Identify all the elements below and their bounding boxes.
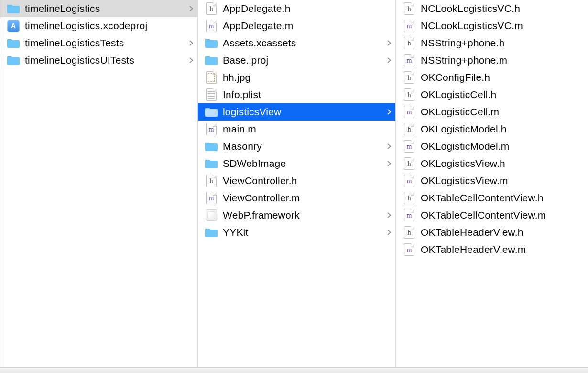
file-row[interactable]: hOKConfigFile.h xyxy=(396,69,588,86)
file-row[interactable]: timelineLogistics.xcodeproj xyxy=(0,17,197,34)
file-row[interactable]: mNCLookLogisticsVC.m xyxy=(396,17,588,34)
file-row[interactable]: Assets.xcassets xyxy=(198,34,395,52)
file-name-label: hh.jpg xyxy=(223,72,392,83)
file-name-label: OKLogisticCell.m xyxy=(421,106,585,118)
file-name-label: Masonry xyxy=(223,141,386,152)
column-1[interactable]: timelineLogisticstimelineLogistics.xcode… xyxy=(0,0,198,367)
column-2[interactable]: hAppDelegate.hmAppDelegate.mAssets.xcass… xyxy=(198,0,396,367)
plist-file-icon xyxy=(205,88,218,101)
file-row[interactable]: hAppDelegate.h xyxy=(198,0,395,17)
file-row[interactable]: hViewController.h xyxy=(198,172,395,189)
folder-icon xyxy=(7,54,20,67)
file-row[interactable]: hh.jpg xyxy=(198,69,395,86)
chevron-right-icon xyxy=(188,57,195,63)
column-3[interactable]: hNCLookLogisticsVC.hmNCLookLogisticsVC.m… xyxy=(396,0,588,367)
file-row[interactable]: YYKit xyxy=(198,224,395,241)
folder-icon xyxy=(205,54,218,67)
chevron-right-icon xyxy=(386,230,392,235)
file-name-label: OKLogisticsView.h xyxy=(421,158,585,169)
file-name-label: OKTableCellContentView.m xyxy=(421,209,585,221)
file-name-label: AppDelegate.m xyxy=(223,20,392,32)
chevron-right-icon xyxy=(386,161,392,166)
file-row[interactable]: Info.plist xyxy=(198,86,395,103)
implementation-file-icon: m xyxy=(403,243,416,256)
file-name-label: ViewController.m xyxy=(223,192,392,204)
folder-icon xyxy=(205,140,218,153)
header-file-icon: h xyxy=(403,88,416,101)
file-name-label: AppDelegate.h xyxy=(223,3,392,14)
file-row[interactable]: Masonry xyxy=(198,138,395,155)
image-file-icon xyxy=(205,71,218,84)
file-row[interactable]: logisticsView xyxy=(198,103,395,121)
implementation-file-icon: m xyxy=(403,208,416,222)
file-name-label: timelineLogisticsTests xyxy=(25,37,188,49)
file-name-label: NSString+phone.m xyxy=(421,55,585,66)
file-row[interactable]: timelineLogistics xyxy=(0,0,197,17)
file-name-label: Assets.xcassets xyxy=(223,37,386,49)
file-name-label: SDWebImage xyxy=(223,158,386,169)
file-row[interactable]: hOKLogisticCell.h xyxy=(396,86,588,103)
file-row[interactable]: hOKLogisticsView.h xyxy=(396,155,588,172)
file-row[interactable]: hOKTableHeaderView.h xyxy=(396,224,588,241)
file-row[interactable]: mOKLogisticCell.m xyxy=(396,103,588,121)
file-row[interactable]: hNCLookLogisticsVC.h xyxy=(396,0,588,17)
file-name-label: NCLookLogisticsVC.h xyxy=(421,3,585,14)
header-file-icon: h xyxy=(403,36,416,50)
file-row[interactable]: mViewController.m xyxy=(198,189,395,207)
implementation-file-icon: m xyxy=(403,140,416,153)
header-file-icon: h xyxy=(205,2,218,15)
file-name-label: OKTableHeaderView.h xyxy=(421,227,585,238)
window-left-border xyxy=(0,0,0,367)
folder-icon xyxy=(205,157,218,170)
header-file-icon: h xyxy=(205,174,218,187)
implementation-file-icon: m xyxy=(403,54,416,67)
header-file-icon: h xyxy=(403,191,416,205)
implementation-file-icon: m xyxy=(205,19,218,33)
file-row[interactable]: mmain.m xyxy=(198,121,395,138)
header-file-icon: h xyxy=(403,122,416,136)
file-row[interactable]: hOKLogisticModel.h xyxy=(396,121,588,138)
file-row[interactable]: mNSString+phone.m xyxy=(396,52,588,69)
file-name-label: ViewController.h xyxy=(223,175,392,186)
file-row[interactable]: hOKTableCellContentView.h xyxy=(396,189,588,207)
implementation-file-icon: m xyxy=(403,174,416,187)
chevron-right-icon xyxy=(188,6,195,11)
folder-icon xyxy=(205,226,218,239)
header-file-icon: h xyxy=(403,2,416,15)
framework-icon xyxy=(205,208,218,222)
file-name-label: OKLogisticCell.h xyxy=(421,89,585,100)
file-row[interactable]: timelineLogisticsTests xyxy=(0,34,197,52)
file-name-label: OKConfigFile.h xyxy=(421,72,585,83)
implementation-file-icon: m xyxy=(403,19,416,33)
file-row[interactable]: hNSString+phone.h xyxy=(396,34,588,52)
file-row[interactable]: Base.lproj xyxy=(198,52,395,69)
file-name-label: OKLogisticModel.m xyxy=(421,141,585,152)
file-row[interactable]: mOKTableCellContentView.m xyxy=(396,207,588,224)
chevron-right-icon xyxy=(386,143,392,149)
file-row[interactable]: mOKTableHeaderView.m xyxy=(396,241,588,258)
xcodeproj-icon xyxy=(7,19,20,33)
file-row[interactable]: timelineLogisticsUITests xyxy=(0,52,197,69)
chevron-right-icon xyxy=(386,212,392,218)
file-name-label: OKTableCellContentView.h xyxy=(421,192,585,204)
file-name-label: YYKit xyxy=(223,227,386,238)
implementation-file-icon: m xyxy=(205,191,218,205)
file-row[interactable]: mOKLogisticsView.m xyxy=(396,172,588,189)
file-name-label: OKLogisticModel.h xyxy=(421,123,585,135)
file-name-label: WebP.framework xyxy=(223,209,386,221)
file-name-label: OKTableHeaderView.m xyxy=(421,244,585,255)
implementation-file-icon: m xyxy=(403,105,416,119)
file-name-label: OKLogisticsView.m xyxy=(421,175,585,186)
folder-icon xyxy=(205,36,218,50)
file-row[interactable]: mAppDelegate.m xyxy=(198,17,395,34)
file-row[interactable]: WebP.framework xyxy=(198,207,395,224)
folder-icon xyxy=(205,105,218,119)
file-name-label: NSString+phone.h xyxy=(421,37,585,49)
file-name-label: logisticsView xyxy=(223,106,386,118)
file-row[interactable]: mOKLogisticModel.m xyxy=(396,138,588,155)
file-row[interactable]: SDWebImage xyxy=(198,155,395,172)
horizontal-scrollbar-track[interactable] xyxy=(0,367,588,373)
chevron-right-icon xyxy=(188,40,195,46)
folder-icon xyxy=(7,36,20,50)
file-name-label: timelineLogisticsUITests xyxy=(25,55,188,66)
